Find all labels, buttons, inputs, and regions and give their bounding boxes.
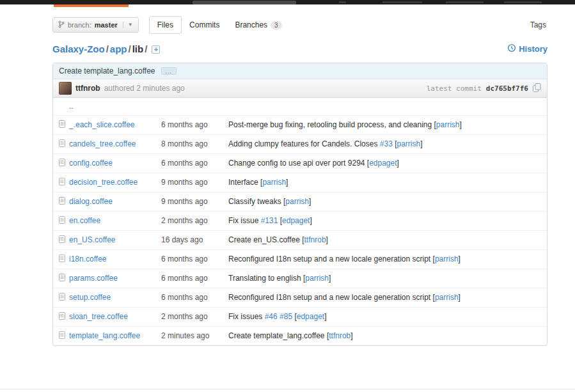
commit-message-expander-button[interactable]: … xyxy=(161,67,177,75)
file-name-link[interactable]: sloan_tree.coffee xyxy=(69,312,128,321)
copy-sha-button[interactable] xyxy=(533,83,541,94)
file-commit-message: Create en_US.coffee [ttfnrob] xyxy=(223,231,547,250)
file-name-cell: config.coffee xyxy=(53,154,155,173)
avatar[interactable] xyxy=(59,82,72,95)
file-icon xyxy=(59,139,65,149)
file-name-cell: setup.coffee xyxy=(53,288,155,308)
nav-search-input[interactable] xyxy=(193,1,296,4)
commit-message-link[interactable]: parrish xyxy=(436,120,460,129)
file-icon xyxy=(59,331,65,341)
file-browser: Create template_lang.coffee … ttfnrob au… xyxy=(52,63,547,346)
latest-commit-meta-bar: ttfnrob authored 2 minutes ago latest co… xyxy=(53,79,547,98)
commit-message-link[interactable]: edpaget xyxy=(282,216,310,225)
file-name-link[interactable]: dialog.coffee xyxy=(69,197,113,206)
commit-message-link[interactable]: edpaget xyxy=(297,312,324,321)
commit-sha: dc765bf7f6 xyxy=(486,84,528,93)
latest-commit-sha-group: latest commit dc765bf7f6 xyxy=(427,83,541,94)
file-age: 6 months ago xyxy=(155,288,223,308)
commit-message-link[interactable]: #85 xyxy=(280,312,292,321)
file-row: sloan_tree.coffee 2 months ago Fix issue… xyxy=(53,308,547,327)
file-name-link[interactable]: en.coffee xyxy=(69,216,100,225)
new-file-icon[interactable]: + xyxy=(152,45,160,54)
parent-directory-link[interactable]: .. xyxy=(69,102,74,111)
file-age: 6 months ago xyxy=(155,116,223,135)
file-name-link[interactable]: setup.coffee xyxy=(69,293,111,302)
file-name-link[interactable]: decision_tree.coffee xyxy=(69,178,138,187)
breadcrumb-dir-link[interactable]: app xyxy=(110,43,127,54)
file-row: params.coffee 6 months ago Translating t… xyxy=(53,269,547,288)
latest-commit-title-bar: Create template_lang.coffee … xyxy=(53,63,547,79)
branch-name: master xyxy=(95,21,118,29)
file-name-link[interactable]: config.coffee xyxy=(69,159,113,168)
tab-commits[interactable]: Commits xyxy=(182,17,227,33)
file-row: candels_tree.coffee 8 months ago Adding … xyxy=(53,135,547,154)
file-name-link[interactable]: _.each_slice.coffee xyxy=(69,120,135,129)
branch-label: branch: xyxy=(68,21,91,29)
parent-directory-row: .. xyxy=(53,98,547,116)
file-name-cell: en_US.coffee xyxy=(53,231,155,250)
file-icon xyxy=(59,235,65,245)
commit-message-link[interactable]: parrish xyxy=(305,274,329,283)
file-row: en.coffee 2 months ago Fix issue #131 [e… xyxy=(53,212,547,231)
file-row: en_US.coffee 16 days ago Create en_US.co… xyxy=(53,231,547,250)
file-commit-message: Post-merge bug fixing, retooling build p… xyxy=(223,116,547,135)
git-branch-icon xyxy=(58,20,65,29)
file-name-link[interactable]: template_lang.coffee xyxy=(69,331,140,340)
parent-directory-cell: .. xyxy=(53,98,547,116)
tab-branches[interactable]: Branches3 xyxy=(227,17,289,33)
branch-selector[interactable]: branch: master ▼ xyxy=(52,17,139,33)
commit-message-link[interactable]: #33 xyxy=(380,139,393,148)
tab-branches-label: Branches xyxy=(235,20,267,29)
commit-message-link[interactable]: parrish xyxy=(285,197,309,206)
breadcrumb-separator: / xyxy=(106,43,109,54)
file-name-link[interactable]: candels_tree.coffee xyxy=(69,139,136,148)
file-name-cell: _.each_slice.coffee xyxy=(53,116,155,135)
file-name-link[interactable]: params.coffee xyxy=(69,274,118,283)
commit-message-link[interactable]: edpaget xyxy=(369,159,397,168)
file-name-cell: decision_tree.coffee xyxy=(53,173,155,192)
commit-author-link[interactable]: ttfnrob xyxy=(75,84,100,93)
nav-item xyxy=(382,1,422,3)
commit-message-link[interactable]: ttfnrob xyxy=(329,331,351,340)
commit-message-link[interactable]: parrish xyxy=(397,139,421,148)
commit-message-link[interactable]: #131 xyxy=(261,216,278,225)
file-commit-message: Classify tweaks [parrish] xyxy=(223,192,547,212)
history-clock-icon xyxy=(507,43,516,54)
breadcrumb-separator: / xyxy=(145,43,147,54)
latest-commit-label: latest commit xyxy=(427,84,482,93)
branches-count-badge: 3 xyxy=(271,21,282,29)
breadcrumb-row: Galaxy-Zoo/app/lib/+ History xyxy=(52,42,547,55)
file-icon xyxy=(59,255,65,264)
file-row: i18n.coffee 6 months ago Reconfigured I1… xyxy=(53,250,547,269)
file-row: setup.coffee 6 months ago Reconfigured I… xyxy=(53,288,547,308)
chevron-down-icon: ▼ xyxy=(123,22,133,28)
commit-message-link[interactable]: parrish xyxy=(262,178,286,187)
file-icon xyxy=(59,120,65,130)
file-row: config.coffee 6 months ago Change config… xyxy=(53,154,547,173)
commit-message-link[interactable]: ttfnrob xyxy=(304,235,326,244)
tab-tags[interactable]: Tags xyxy=(530,20,547,29)
repo-tabs: Files Commits Branches3 xyxy=(149,16,290,34)
file-name-cell: params.coffee xyxy=(53,269,155,288)
file-name-link[interactable]: en_US.coffee xyxy=(69,235,116,244)
history-label: History xyxy=(519,44,547,54)
file-age: 9 months ago xyxy=(155,173,223,192)
commit-message-link[interactable]: #46 xyxy=(265,312,278,321)
footer-divider xyxy=(0,389,575,389)
breadcrumb-repo-link[interactable]: Galaxy-Zoo xyxy=(52,43,105,54)
breadcrumb-current-dir: lib xyxy=(132,43,144,54)
file-name-link[interactable]: i18n.coffee xyxy=(69,255,107,263)
tab-files[interactable]: Files xyxy=(149,16,182,34)
breadcrumb-separator: / xyxy=(129,43,131,54)
file-icon xyxy=(59,178,65,187)
file-age: 9 months ago xyxy=(155,192,223,212)
file-age: 16 days ago xyxy=(155,231,223,250)
file-name-cell: en.coffee xyxy=(53,212,155,231)
history-link[interactable]: History xyxy=(507,43,547,54)
commit-message-link[interactable]: parrish xyxy=(435,293,459,302)
file-commit-message: Create template_lang.coffee [ttfnrob] xyxy=(223,327,547,346)
commit-message-link[interactable]: parrish xyxy=(435,255,459,263)
latest-commit-message: Create template_lang.coffee xyxy=(59,67,155,75)
repo-content: branch: master ▼ Files Commits Branches3… xyxy=(52,15,547,346)
file-name-cell: template_lang.coffee xyxy=(53,327,155,346)
